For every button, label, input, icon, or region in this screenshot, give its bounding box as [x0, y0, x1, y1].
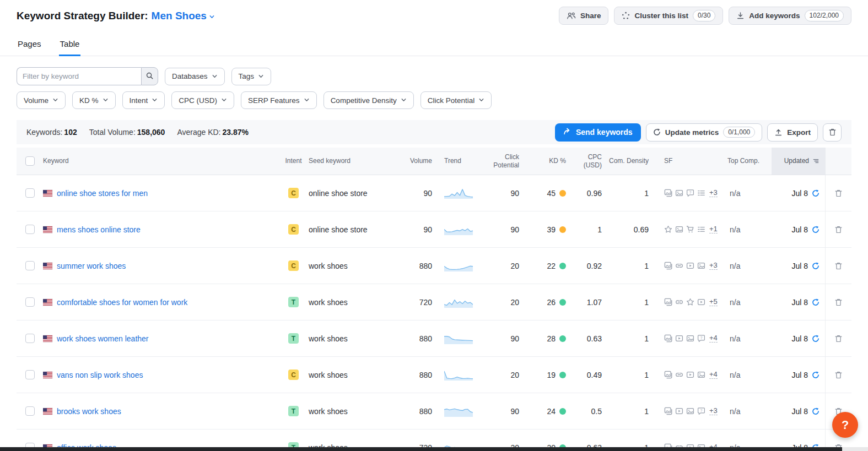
- image-alt-icon: [664, 298, 672, 306]
- keyword-link[interactable]: mens shoes online store: [57, 225, 141, 234]
- share-button[interactable]: Share: [559, 7, 609, 25]
- kd-value: 28: [547, 334, 556, 343]
- col-header-intent[interactable]: Intent: [278, 148, 309, 175]
- refresh-icon[interactable]: [812, 371, 820, 379]
- row-checkbox[interactable]: [25, 334, 35, 343]
- image-alt-icon: [664, 189, 672, 197]
- cluster-list-button[interactable]: Cluster this list 0/30: [614, 7, 723, 25]
- sf-more-link[interactable]: +5: [709, 298, 718, 306]
- stat-total-volume: Total Volume:158,060: [89, 128, 165, 137]
- filter-intent[interactable]: Intent: [122, 91, 165, 109]
- filter-competitive-density[interactable]: Competitive Density: [324, 91, 414, 109]
- col-header-seed[interactable]: Seed keyword: [309, 148, 391, 175]
- sf-more-link[interactable]: +4: [709, 371, 718, 379]
- delete-list-button[interactable]: [823, 123, 842, 142]
- keyword-link[interactable]: work shoes women leather: [57, 334, 149, 343]
- trash-icon[interactable]: [835, 335, 842, 343]
- row-checkbox[interactable]: [25, 370, 35, 379]
- keyword-filter-input[interactable]: [17, 67, 141, 85]
- density-value: 1: [606, 189, 653, 198]
- refresh-icon[interactable]: [812, 226, 820, 233]
- us-flag-icon: [43, 372, 52, 378]
- image-alt-icon: [664, 334, 672, 343]
- col-header-volume[interactable]: Volume: [391, 148, 436, 175]
- sf-more-link[interactable]: +4: [709, 334, 718, 343]
- horizontal-scrollbar-thumb[interactable]: [0, 447, 842, 451]
- refresh-icon[interactable]: [812, 298, 820, 306]
- video-icon: [697, 298, 705, 306]
- search-icon: [145, 72, 154, 81]
- row-checkbox[interactable]: [25, 225, 35, 234]
- col-header-cpc[interactable]: CPC (USD): [570, 148, 606, 175]
- image-icon: [686, 407, 694, 415]
- filter-click-potential[interactable]: Click Potential: [420, 91, 492, 109]
- filter-volume[interactable]: Volume: [17, 91, 66, 109]
- col-header-keyword[interactable]: Keyword: [43, 148, 278, 175]
- table-row: summer work shoes C work shoes 880 20 22…: [17, 248, 851, 284]
- updated-date: Jul 8: [791, 225, 808, 234]
- row-checkbox[interactable]: [25, 261, 35, 270]
- col-header-sf[interactable]: SF: [653, 148, 727, 175]
- keyword-link[interactable]: comfortable shoes for women for work: [57, 298, 187, 307]
- col-header-top-comp[interactable]: Top Comp.: [727, 148, 772, 175]
- keyword-link[interactable]: brooks work shoes: [57, 407, 121, 416]
- filter-kd[interactable]: KD %: [72, 91, 116, 109]
- table-header: Keyword Intent Seed keyword Volume Trend…: [17, 148, 851, 175]
- kd-difficulty-dot: [559, 408, 566, 415]
- select-all-checkbox[interactable]: [25, 156, 35, 166]
- sf-more-link[interactable]: +3: [709, 189, 718, 197]
- image-icon: [686, 334, 694, 343]
- filter-cpc-label: CPC (USD): [179, 96, 217, 105]
- sf-more-link[interactable]: +3: [709, 407, 718, 415]
- export-button[interactable]: Export: [767, 123, 818, 142]
- trash-icon[interactable]: [835, 226, 842, 233]
- help-button[interactable]: ?: [832, 412, 858, 438]
- col-header-click-potential[interactable]: Click Potential: [479, 148, 524, 175]
- update-metrics-button[interactable]: Update metrics 0/1,000: [646, 123, 763, 142]
- chevron-down-icon: [152, 96, 158, 105]
- kd-difficulty-dot: [559, 190, 566, 197]
- sf-more-link[interactable]: +1: [709, 225, 718, 233]
- filter-tags[interactable]: Tags: [231, 68, 272, 85]
- seed-keyword: online shoe store: [309, 189, 391, 198]
- row-checkbox[interactable]: [25, 297, 35, 307]
- refresh-icon[interactable]: [812, 407, 820, 415]
- updated-label: Updated: [784, 157, 809, 165]
- refresh-icon[interactable]: [812, 335, 820, 343]
- refresh-icon: [653, 128, 661, 136]
- col-header-density[interactable]: Com. Density: [606, 148, 653, 175]
- intent-badge: T: [288, 406, 299, 416]
- refresh-icon[interactable]: [812, 189, 820, 197]
- col-header-kd[interactable]: KD %: [524, 148, 570, 175]
- trash-icon[interactable]: [835, 189, 842, 197]
- keyword-link[interactable]: vans non slip work shoes: [57, 371, 143, 379]
- table-row: brooks work shoes T work shoes 880 90 24…: [17, 393, 851, 430]
- add-keywords-button[interactable]: Add keywords 102/2,000: [729, 7, 851, 25]
- project-selector[interactable]: Men Shoes: [152, 9, 215, 23]
- trash-icon[interactable]: [835, 371, 842, 379]
- refresh-icon[interactable]: [812, 262, 820, 270]
- filter-cpc[interactable]: CPC (USD): [171, 91, 234, 109]
- video-icon: [686, 371, 694, 379]
- trend-sparkline: [436, 369, 479, 381]
- row-checkbox[interactable]: [25, 188, 35, 198]
- cpc-value: 1: [570, 225, 606, 234]
- row-checkbox[interactable]: [25, 406, 35, 416]
- col-header-updated[interactable]: Updated: [772, 148, 825, 175]
- keyword-link[interactable]: online shoe stores for men: [57, 189, 148, 198]
- tab-pages[interactable]: Pages: [17, 36, 42, 56]
- us-flag-icon: [43, 263, 52, 269]
- filter-serp-features[interactable]: SERP Features: [241, 91, 317, 109]
- tab-table[interactable]: Table: [59, 36, 81, 56]
- keyword-link[interactable]: summer work shoes: [57, 262, 126, 270]
- filter-tags-label: Tags: [239, 72, 255, 80]
- send-keywords-button[interactable]: Send keywords: [555, 123, 641, 142]
- trash-icon[interactable]: [835, 262, 842, 270]
- chevron-down-icon: [304, 96, 310, 105]
- search-button[interactable]: [141, 67, 158, 85]
- table-row: online shoe stores for men C online shoe…: [17, 175, 851, 211]
- sf-more-link[interactable]: +3: [709, 262, 718, 270]
- volume-value: 720: [391, 298, 436, 307]
- filter-databases[interactable]: Databases: [165, 68, 225, 85]
- trash-icon[interactable]: [835, 298, 842, 306]
